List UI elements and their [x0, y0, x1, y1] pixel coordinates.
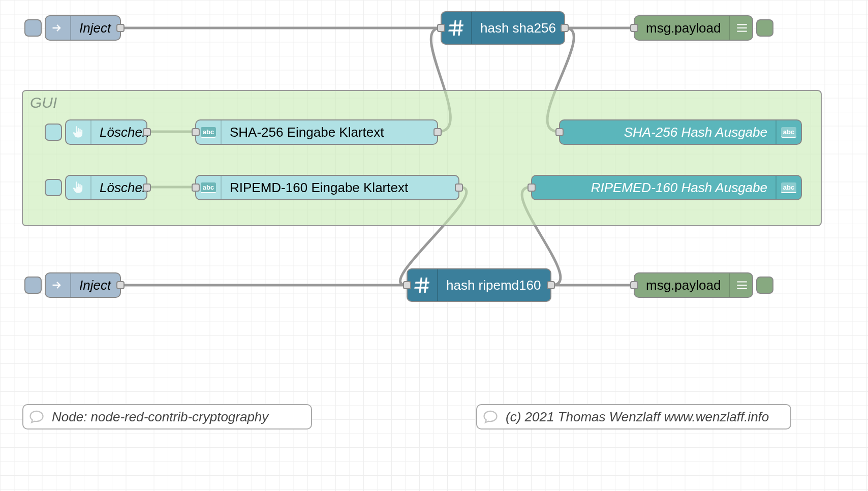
- output-port[interactable]: [547, 281, 555, 289]
- hash-sha256-node[interactable]: hash sha256: [441, 11, 565, 45]
- pointer-icon: [66, 176, 91, 199]
- node-label: SHA-256 Eingabe Klartext: [222, 125, 437, 140]
- button-loeschen-2[interactable]: Löschen: [65, 175, 147, 200]
- output-port[interactable]: [116, 24, 125, 32]
- abc-icon: abc: [776, 176, 801, 199]
- hash-icon: [442, 12, 472, 44]
- button-trigger[interactable]: [45, 179, 62, 196]
- node-label: msg.payload: [635, 20, 729, 36]
- node-label: hash sha256: [472, 20, 564, 36]
- abc-icon: abc: [776, 120, 801, 144]
- hash-ripemd160-node[interactable]: hash ripemd160: [407, 268, 551, 302]
- input-port[interactable]: [555, 128, 564, 136]
- hash-icon: [408, 269, 438, 301]
- node-label: msg.payload: [635, 278, 729, 293]
- input-port[interactable]: [437, 24, 445, 32]
- node-label: SHA-256 Hash Ausgabe: [560, 125, 776, 140]
- input-port[interactable]: [528, 183, 536, 192]
- abc-icon: abc: [196, 120, 222, 144]
- output-port[interactable]: [433, 128, 442, 136]
- node-label: hash ripemd160: [438, 278, 550, 293]
- pointer-icon: [66, 120, 91, 144]
- inject-icon: [46, 273, 71, 297]
- group-label: GUI: [30, 94, 57, 111]
- output-port[interactable]: [455, 183, 463, 192]
- input-port[interactable]: [630, 24, 638, 32]
- text-input-ripemd160[interactable]: abc RIPEMD-160 Eingabe Klartext: [195, 175, 459, 200]
- inject-icon: [46, 16, 71, 40]
- comment-node-right[interactable]: (c) 2021 Thomas Wenzlaff www.wenzlaff.in…: [476, 404, 791, 429]
- comment-text: Node: node-red-contrib-cryptography: [52, 409, 268, 425]
- debug-toggle-button[interactable]: [756, 19, 773, 37]
- comment-icon: [27, 405, 46, 428]
- text-input-sha256[interactable]: abc SHA-256 Eingabe Klartext: [195, 119, 438, 145]
- node-label: Inject: [71, 278, 120, 293]
- input-port[interactable]: [192, 128, 200, 136]
- inject-node-2[interactable]: Inject: [45, 272, 121, 298]
- abc-icon: abc: [196, 176, 222, 199]
- text-output-sha256[interactable]: SHA-256 Hash Ausgabe abc: [559, 119, 802, 145]
- button-loeschen-1[interactable]: Löschen: [65, 119, 147, 145]
- debug-icon: [729, 273, 754, 297]
- input-port[interactable]: [630, 281, 638, 289]
- group-gui[interactable]: GUI: [22, 90, 822, 226]
- comment-text: (c) 2021 Thomas Wenzlaff www.wenzlaff.in…: [506, 409, 769, 425]
- inject-trigger-button[interactable]: [24, 277, 42, 294]
- comment-node-left[interactable]: Node: node-red-contrib-cryptography: [22, 404, 312, 429]
- debug-node-2[interactable]: msg.payload: [634, 272, 753, 298]
- text-output-ripemd160[interactable]: RIPEMED-160 Hash Ausgabe abc: [531, 175, 802, 200]
- node-label: RIPEMD-160 Eingabe Klartext: [222, 180, 458, 196]
- debug-toggle-button[interactable]: [756, 277, 773, 294]
- button-trigger[interactable]: [45, 124, 62, 141]
- node-label: RIPEMED-160 Hash Ausgabe: [532, 180, 776, 196]
- output-port[interactable]: [143, 183, 151, 192]
- inject-trigger-button[interactable]: [24, 19, 42, 37]
- input-port[interactable]: [403, 281, 411, 289]
- inject-node-1[interactable]: Inject: [45, 15, 121, 41]
- debug-icon: [729, 16, 754, 40]
- output-port[interactable]: [116, 281, 125, 289]
- comment-icon: [481, 405, 500, 428]
- output-port[interactable]: [561, 24, 569, 32]
- node-label: Inject: [71, 20, 120, 36]
- debug-node-1[interactable]: msg.payload: [634, 15, 753, 41]
- output-port[interactable]: [143, 128, 151, 136]
- input-port[interactable]: [192, 183, 200, 192]
